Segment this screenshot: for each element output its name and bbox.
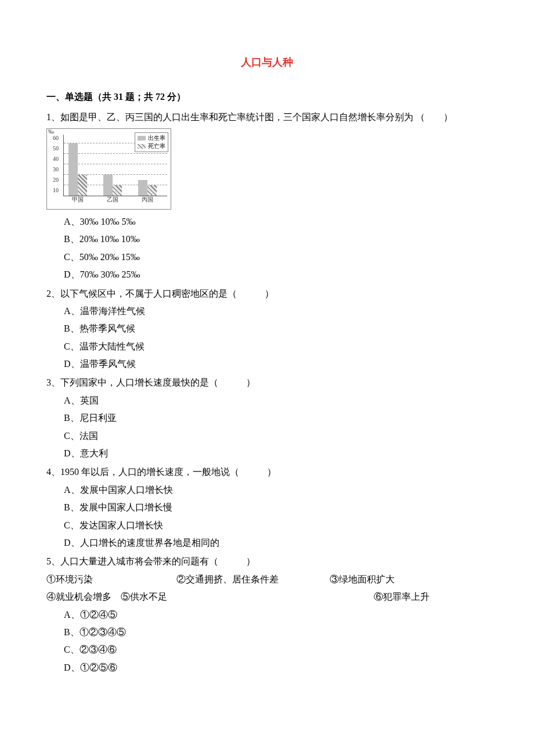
q5-items-row1: ①环境污染 ②交通拥挤、居住条件差 ③绿地面积扩大 (46, 571, 488, 588)
q5-item-3: ③绿地面积扩大 (330, 571, 395, 588)
q4-option-a: A、发展中国家人口增长快 (46, 481, 488, 499)
q3-option-c: C、法国 (46, 427, 488, 445)
bar-birth (103, 175, 113, 196)
q3-stem: 3、下列国家中，人口增长速度最快的是（ ） (46, 374, 488, 391)
x-label: 丙国 (136, 194, 159, 205)
q5-item-45: ④就业机会增多 ⑤供水不足 (46, 588, 371, 606)
q2-option-b: B、热带季风气候 (46, 320, 488, 337)
q5-option-c: C、②③④⑥ (46, 641, 488, 658)
chart-legend: 出生率 死亡率 (135, 132, 168, 152)
q5-stem: 5、人口大量进入城市将会带来的问题有（ ） (46, 553, 488, 570)
bar-birth (68, 143, 78, 196)
q1-stem: 1、如图是甲、乙、丙三国的人口出生率和死亡率统计图，三个国家人口自然增长率分别为… (46, 109, 488, 126)
bar-death (78, 175, 87, 196)
q1-option-d: D、70‰ 30‰ 25‰ (46, 266, 488, 283)
q2-stem: 2、以下气候区中，不属于人口稠密地区的是（ ） (46, 285, 488, 303)
q5-option-d: D、①②⑤⑥ (46, 659, 488, 676)
y-tick: 40 (53, 153, 59, 164)
q2-option-c: C、温带大陆性气候 (46, 338, 488, 355)
q1-option-c: C、50‰ 20‰ 15‰ (46, 249, 488, 266)
q1-chart: ‰ 60 50 40 30 20 10 甲国 乙国 丙国 出生率 (46, 128, 171, 210)
q5-items-row2: ④就业机会增多 ⑤供水不足 ⑥犯罪率上升 (46, 588, 488, 606)
y-tick: 10 (53, 185, 59, 196)
legend-swatch-icon (138, 144, 146, 149)
q1-option-b: B、20‰ 10‰ 10‰ (46, 231, 488, 248)
q4-stem: 4、1950 年以后，人口的增长速度，一般地说（ ） (46, 463, 488, 481)
q5-option-b: B、①②③④⑤ (46, 624, 488, 641)
q4-option-d: D、人口增长的速度世界各地是相同的 (46, 534, 488, 552)
y-tick: 20 (53, 174, 59, 185)
q5-item-1: ①环境污染 (46, 571, 174, 588)
q3-option-d: D、意大利 (46, 445, 488, 462)
q4-option-b: B、发展中国家人口增长慢 (46, 499, 488, 516)
legend-label: 出生率 (148, 134, 165, 142)
x-label: 甲国 (66, 194, 89, 205)
legend-death: 死亡率 (138, 142, 165, 150)
grid-line (64, 153, 167, 154)
q4-option-c: C、发达国家人口增长快 (46, 517, 488, 534)
q1-option-a: A、30‰ 10‰ 5‰ (46, 213, 488, 231)
q2-option-a: A、温带海洋性气候 (46, 303, 488, 320)
q5-item-6: ⑥犯罪率上升 (374, 588, 430, 606)
y-tick: 30 (53, 164, 59, 175)
x-label: 乙国 (101, 194, 124, 205)
section-header: 一、单选题（共 31 题；共 72 分） (46, 88, 488, 106)
q2-option-d: D、温带季风气候 (46, 355, 488, 373)
page-title: 人口与人种 (46, 52, 488, 72)
q3-option-b: B、尼日利亚 (46, 409, 488, 427)
legend-swatch-icon (138, 136, 146, 141)
y-tick: 60 (53, 132, 59, 143)
legend-birth: 出生率 (138, 134, 165, 142)
q5-option-a: A、①②④⑤ (46, 606, 488, 624)
q3-option-a: A、英国 (46, 392, 488, 409)
q5-item-2: ②交通拥挤、居住条件差 (176, 571, 327, 588)
y-tick: 50 (53, 143, 59, 154)
bar-birth (138, 180, 147, 196)
legend-label: 死亡率 (148, 142, 165, 150)
grid-line (64, 164, 167, 164)
